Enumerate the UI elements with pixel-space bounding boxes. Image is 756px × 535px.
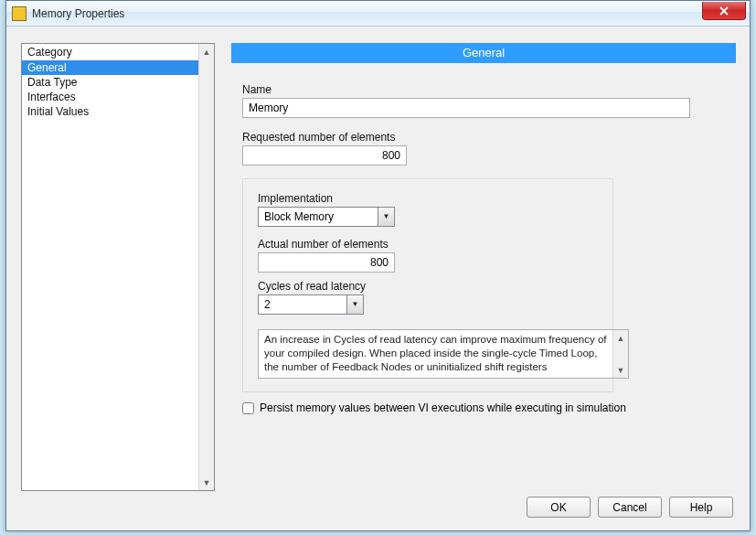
category-header: Category [22,44,214,60]
sidebar-item-interfaces[interactable]: Interfaces [22,90,214,104]
name-label: Name [242,83,272,96]
requested-row: Requested number of elements [242,131,727,166]
persist-checkbox[interactable] [242,402,254,414]
sidebar-item-data-type[interactable]: Data Type [22,75,214,90]
sidebar-item-initial-values[interactable]: Initial Values [22,104,214,119]
latency-select[interactable]: 2 ▼ [258,294,364,315]
chevron-down-icon[interactable]: ▼ [378,208,394,226]
persist-label: Persist memory values between VI executi… [260,401,626,414]
close-button[interactable] [702,2,746,20]
scroll-down-icon[interactable]: ▼ [613,362,628,378]
help-button[interactable]: Help [669,497,733,518]
sidebar-item-label: Initial Values [27,105,89,118]
actual-input [258,252,395,273]
chevron-down-icon[interactable]: ▼ [346,295,363,314]
sidebar-item-general[interactable]: General [22,60,214,75]
sidebar-item-label: General [27,61,67,74]
sidebar-item-label: Interfaces [27,91,76,103]
requested-label: Requested number of elements [242,131,395,144]
info-box-wrap: An increase in Cycles of read latency ca… [258,329,629,379]
implementation-label: Implementation [258,192,333,205]
general-form: Name Requested number of elements Implem… [242,83,727,411]
category-list[interactable]: Category General Data Type Interfaces In… [21,43,215,491]
close-icon [719,6,729,16]
panel-title: General [231,43,736,63]
info-scrollbar[interactable]: ▲ ▼ [612,330,628,378]
ok-button[interactable]: OK [527,497,591,518]
name-input[interactable] [242,98,690,118]
scroll-up-icon[interactable]: ▲ [199,44,214,59]
name-row: Name [242,83,727,118]
sidebar-item-label: Data Type [27,76,77,89]
client-area: Category General Data Type Interfaces In… [6,27,750,530]
window-title: Memory Properties [32,7,124,20]
implementation-select[interactable]: Block Memory ▼ [258,207,395,227]
cancel-button[interactable]: Cancel [598,497,662,518]
app-icon [12,6,27,21]
actual-label: Actual number of elements [258,238,389,251]
latency-value: 2 [264,298,271,311]
scroll-up-icon[interactable]: ▲ [613,330,628,346]
scroll-down-icon[interactable]: ▼ [199,475,214,490]
implementation-value: Block Memory [264,210,334,223]
category-scrollbar[interactable]: ▲ ▼ [198,44,214,490]
latency-label: Cycles of read latency [258,280,366,293]
dialog-buttons: OK Cancel Help [527,497,733,518]
info-text: An increase in Cycles of read latency ca… [258,329,629,379]
titlebar[interactable]: Memory Properties [6,1,750,27]
implementation-group: Implementation Block Memory ▼ Actual num… [242,178,613,392]
requested-input[interactable] [242,145,407,166]
window-frame: Memory Properties Category General Data … [5,0,751,531]
persist-row: Persist memory values between VI executi… [242,401,626,414]
